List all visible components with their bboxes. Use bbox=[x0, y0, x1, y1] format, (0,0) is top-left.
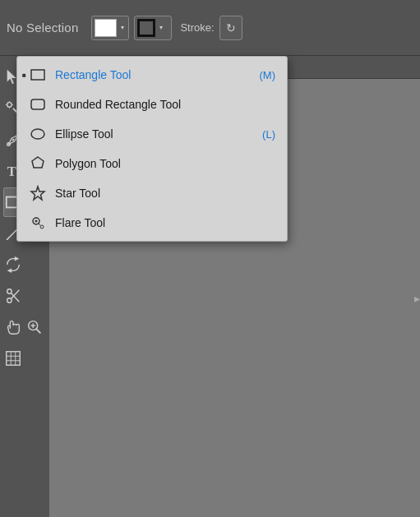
zoom-icon bbox=[25, 318, 44, 336]
svg-rect-31 bbox=[31, 70, 44, 80]
svg-point-3 bbox=[7, 103, 12, 108]
grid-pair bbox=[3, 344, 46, 373]
flare-tool-item[interactable]: Flare Tool bbox=[17, 208, 287, 238]
svg-line-23 bbox=[36, 329, 41, 334]
flare-tool-label: Flare Tool bbox=[55, 216, 267, 229]
svg-marker-35 bbox=[31, 187, 44, 200]
scissors-pair bbox=[3, 281, 46, 311]
rectangle-tool-shortcut: (M) bbox=[260, 69, 276, 81]
polygon-tool-label: Polygon Tool bbox=[55, 157, 267, 170]
rectangle-tool-item[interactable]: ■ Rectangle Tool (M) bbox=[17, 60, 287, 90]
shape-tool-dropdown: ■ Rectangle Tool (M) Rounded Rectangle T… bbox=[16, 56, 288, 242]
fill-dropdown-arrow-icon: ▾ bbox=[118, 24, 126, 31]
scissors-icon bbox=[4, 287, 22, 305]
zoom-button[interactable] bbox=[25, 312, 44, 342]
rounded-rect-tool-item[interactable]: Rounded Rectangle Tool bbox=[17, 90, 287, 119]
rotate-button[interactable] bbox=[3, 250, 23, 279]
grid-icon bbox=[4, 349, 22, 367]
svg-marker-0 bbox=[7, 70, 16, 84]
svg-point-37 bbox=[35, 220, 38, 223]
star-tool-item[interactable]: Star Tool bbox=[17, 178, 287, 208]
ellipse-tool-item[interactable]: Ellipse Tool (L) bbox=[17, 119, 287, 149]
stroke-square-icon bbox=[137, 19, 155, 37]
star-tool-icon bbox=[29, 184, 47, 202]
svg-marker-17 bbox=[7, 269, 12, 274]
rectangle-tool-icon bbox=[29, 66, 47, 84]
stroke-cycle-icon: ↻ bbox=[226, 21, 236, 35]
svg-point-8 bbox=[12, 139, 15, 141]
hand-pair bbox=[3, 312, 46, 342]
rounded-rect-tool-icon bbox=[29, 95, 47, 113]
top-toolbar: No Selection ▾ ▾ Stroke: ↻ bbox=[0, 0, 420, 56]
stroke-label: Stroke: bbox=[180, 21, 214, 34]
svg-point-33 bbox=[31, 129, 44, 139]
svg-text:T: T bbox=[7, 164, 16, 179]
rotate-icon bbox=[4, 256, 22, 274]
svg-rect-26 bbox=[7, 352, 21, 366]
stroke-cycle-button[interactable]: ↻ bbox=[219, 16, 242, 40]
svg-marker-34 bbox=[32, 157, 44, 168]
ellipse-tool-icon bbox=[29, 125, 47, 143]
stroke-icon-button[interactable]: ▾ bbox=[134, 16, 172, 40]
svg-marker-16 bbox=[15, 256, 20, 261]
fill-color-swatch bbox=[95, 19, 117, 37]
svg-rect-32 bbox=[31, 99, 44, 109]
rotate-pair bbox=[3, 250, 46, 279]
flare-tool-icon bbox=[29, 214, 47, 232]
panel-expand-icon[interactable]: ▸ bbox=[414, 292, 420, 305]
selected-bullet-icon: ■ bbox=[22, 72, 26, 79]
ellipse-tool-label: Ellipse Tool bbox=[55, 127, 254, 141]
stroke-dropdown-arrow-icon: ▾ bbox=[157, 24, 165, 31]
polygon-tool-item[interactable]: Polygon Tool bbox=[17, 149, 287, 178]
hand-button[interactable] bbox=[3, 312, 23, 342]
star-tool-label: Star Tool bbox=[55, 187, 267, 200]
rounded-rect-tool-label: Rounded Rectangle Tool bbox=[55, 98, 267, 111]
svg-point-38 bbox=[40, 225, 44, 228]
grid-button[interactable] bbox=[3, 344, 23, 373]
hand-icon bbox=[4, 318, 22, 336]
scissors-button[interactable] bbox=[3, 281, 23, 311]
rectangle-tool-label: Rectangle Tool bbox=[55, 68, 252, 81]
fill-color-button[interactable]: ▾ bbox=[91, 16, 129, 40]
polygon-tool-icon bbox=[29, 155, 47, 173]
ellipse-tool-shortcut: (L) bbox=[262, 128, 275, 141]
no-selection-label: No Selection bbox=[7, 21, 78, 35]
